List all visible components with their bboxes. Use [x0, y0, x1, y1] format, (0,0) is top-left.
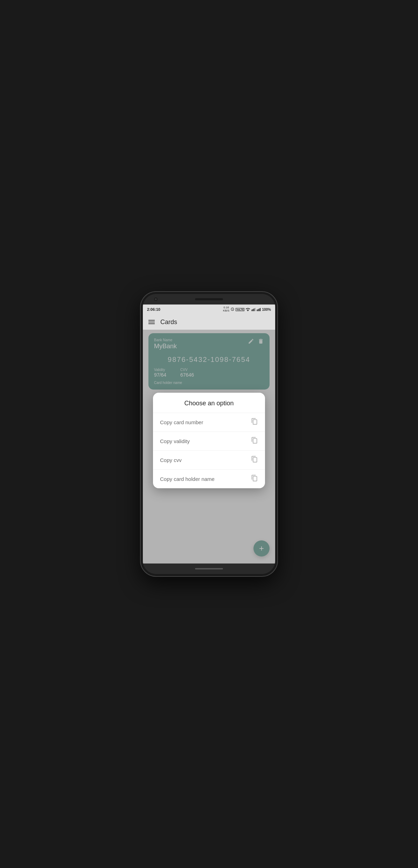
status-data-speed: 0.16 KB/S [223, 306, 229, 313]
svg-rect-1 [253, 309, 253, 311]
camera-dot [154, 298, 158, 301]
svg-rect-5 [258, 309, 259, 311]
app-title: Cards [160, 318, 177, 326]
battery-text: 100% [262, 308, 271, 312]
dialog-overlay[interactable]: Choose an option Copy card number Copy v… [143, 330, 275, 564]
phone-top [143, 294, 275, 304]
copy-cvv-option[interactable]: Copy cvv [153, 450, 265, 469]
copy-holder-name-option[interactable]: Copy card holder name [153, 469, 265, 488]
copy-card-number-option[interactable]: Copy card number [153, 413, 265, 432]
copy-validity-icon [251, 437, 258, 446]
status-bar: 2:06:10 0.16 KB/S VoLTE [143, 304, 275, 314]
svg-rect-3 [255, 308, 256, 311]
screen: 2:06:10 0.16 KB/S VoLTE [143, 304, 275, 564]
dialog: Choose an option Copy card number Copy v… [153, 393, 265, 488]
main-content: Bank Name MyBank [143, 330, 275, 564]
copy-cvv-label: Copy cvv [160, 457, 182, 463]
speaker [195, 298, 223, 300]
svg-rect-7 [260, 308, 261, 311]
phone-frame: 2:06:10 0.16 KB/S VoLTE [141, 292, 277, 576]
svg-rect-6 [259, 308, 260, 311]
volte-label: VoLTE [236, 308, 244, 311]
svg-rect-2 [254, 308, 255, 311]
copy-card-number-icon [251, 418, 258, 427]
dialog-title: Choose an option [153, 393, 265, 413]
copy-holder-name-label: Copy card holder name [160, 476, 215, 482]
svg-rect-0 [252, 309, 252, 311]
copy-validity-label: Copy validity [160, 438, 190, 444]
svg-rect-4 [257, 309, 258, 311]
copy-validity-option[interactable]: Copy validity [153, 432, 265, 450]
phone-bottom [143, 564, 275, 574]
status-right: 0.16 KB/S VoLTE [223, 306, 271, 313]
signal-icon-2 [257, 308, 261, 312]
alarm-icon [230, 307, 235, 312]
signal-icon-1 [251, 308, 256, 312]
copy-card-number-label: Copy card number [160, 419, 203, 425]
copy-holder-name-icon [251, 475, 258, 483]
copy-cvv-icon [251, 456, 258, 464]
home-indicator [195, 568, 223, 569]
wifi-icon [245, 308, 250, 312]
status-time: 2:06:10 [147, 307, 160, 312]
hamburger-icon[interactable] [148, 320, 155, 324]
app-bar: Cards [143, 314, 275, 330]
